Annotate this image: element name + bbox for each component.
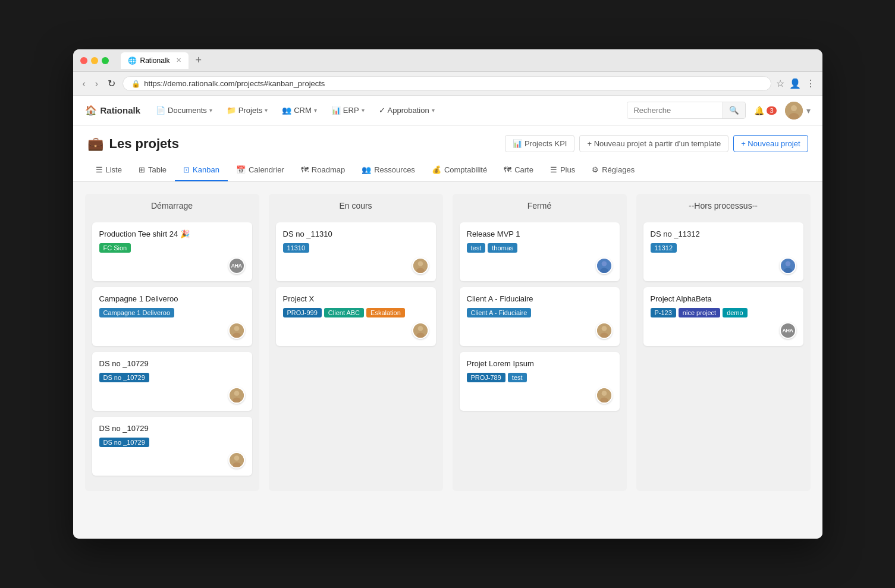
new-project-button[interactable]: + Nouveau projet [733,135,808,152]
kanban-card[interactable]: Projet Lorem Ipsum PROJ-789 test [460,352,620,411]
erp-caret: ▾ [362,107,365,114]
tab-kanban[interactable]: ⊡ Kanban [175,159,228,181]
kanban-card[interactable]: DS no _10729 DS no _10729 [92,417,252,476]
kpi-button[interactable]: 📊 Projects KPI [505,135,575,152]
reload-button[interactable]: ↻ [105,78,118,89]
nav-erp-label: ERP [343,106,359,115]
tab-reglages-label: Réglages [602,165,635,174]
card-avatar [780,257,796,274]
search-bar[interactable]: 🔍 [627,102,746,119]
card-tag: PROJ-999 [283,308,322,317]
svg-point-8 [233,397,241,403]
card-tags: 11312 [651,243,796,253]
kanban-card[interactable]: DS no _11312 11312 [643,222,803,281]
titlebar: 🌐 Rationalk ✕ + [73,49,822,72]
card-footer: AHA [651,322,796,339]
page-title-text: Les projets [109,136,179,152]
svg-point-14 [416,268,425,273]
tab-comptabilite[interactable]: 💰 Comptabilité [423,159,495,181]
new-tab-button[interactable]: + [191,54,207,67]
tab-ressources[interactable]: 👥 Ressources [353,159,423,181]
tab-table[interactable]: ⊞ Table [130,159,175,181]
kanban-card[interactable]: Production Tee shirt 24 🎉 FC Sion AHA [92,222,252,281]
reglages-icon: ⚙ [592,165,599,174]
projets-icon: 📁 [227,106,236,115]
card-tags: FC Sion [99,243,245,253]
home-icon: 🏠 [85,105,97,116]
card-avatar [412,257,429,274]
card-avatar [228,322,245,339]
card-tags: PROJ-789 test [467,373,613,382]
kanban-card[interactable]: DS no _11310 11310 [276,222,436,281]
nav-documents[interactable]: 📄 Documents ▾ [150,102,218,118]
active-browser-tab[interactable]: 🌐 Rationalk ✕ [121,52,189,69]
card-tags: P-123 nice project demo [651,308,796,317]
card-tag: 11310 [283,243,310,253]
tab-liste[interactable]: ☰ Liste [87,159,130,181]
kanban-card[interactable]: Release MVP 1 test thomas [460,222,620,281]
addressbar: ‹ › ↻ 🔒 https://demo.rationalk.com/proje… [73,72,822,96]
url-bar[interactable]: 🔒 https://demo.rationalk.com/projects#ka… [123,76,771,91]
carte-icon: 🗺 [504,165,511,174]
notification-button[interactable]: 🔔 3 [754,106,776,115]
svg-point-11 [233,462,241,468]
bookmark-icon[interactable]: ☆ [776,78,784,89]
nav-projets[interactable]: 📁 Projets ▾ [221,102,274,118]
browser-menu-icon[interactable]: ⋮ [806,78,815,89]
tab-roadmap-label: Roadmap [312,165,345,174]
nav-crm[interactable]: 👥 CRM ▾ [276,102,323,118]
maximize-button[interactable] [102,57,109,64]
minimize-button[interactable] [91,57,98,64]
user-avatar[interactable] [785,102,803,120]
card-tag: 11312 [651,243,677,253]
nav-erp[interactable]: 📊 ERP ▾ [325,102,370,118]
card-tag: nice project [679,308,720,317]
tab-reglages[interactable]: ⚙ Réglages [583,159,643,181]
kanban-card[interactable]: Project X PROJ-999 Client ABC Eskalation [276,287,436,346]
tab-calendrier[interactable]: 📅 Calendrier [228,159,293,181]
card-avatar [596,387,613,404]
card-title: Projet Lorem Ipsum [467,359,613,368]
nav-approbation[interactable]: ✓ Approbation ▾ [373,102,441,118]
svg-point-23 [600,332,608,338]
calendrier-icon: 📅 [236,165,246,174]
kanban-card[interactable]: Project AlphaBeta P-123 nice project dem… [643,287,803,346]
table-icon: ⊞ [139,165,145,174]
card-title: DS no _11312 [651,229,796,238]
forward-button[interactable]: › [93,78,101,89]
brand-logo[interactable]: 🏠 Rationalk [85,105,141,116]
card-avatar: AHA [780,322,796,339]
template-button[interactable]: + Nouveau projet à partir d'un template [579,135,728,152]
kanban-card[interactable]: DS no _10729 DS no _10729 [92,352,252,411]
back-button[interactable]: ‹ [80,78,88,89]
close-button[interactable] [80,57,87,64]
page-title-icon: 💼 [87,136,103,152]
svg-point-16 [417,326,423,331]
traffic-lights [80,57,109,64]
kanban-col-ferme: Fermé Release MVP 1 test thomas Client A… [453,194,627,491]
search-button[interactable]: 🔍 [723,102,745,118]
tab-liste-label: Liste [106,165,122,174]
card-footer [99,452,245,468]
header-actions: 📊 Projects KPI + Nouveau projet à partir… [505,135,808,152]
card-tag: demo [723,308,748,317]
search-input[interactable] [627,102,723,118]
svg-point-1 [791,105,797,111]
user-menu-caret[interactable]: ▾ [806,106,811,115]
tab-roadmap[interactable]: 🗺 Roadmap [293,159,353,181]
tab-carte[interactable]: 🗺 Carte [495,159,542,181]
tab-plus-label: Plus [560,165,575,174]
card-tags: 11310 [283,243,429,253]
kanban-card[interactable]: Campagne 1 Deliveroo Campagne 1 Delivero… [92,287,252,346]
profile-icon[interactable]: 👤 [789,78,801,89]
svg-point-5 [233,332,241,338]
card-tag: P-123 [651,308,676,317]
tab-close-button[interactable]: ✕ [176,56,181,64]
kanban-card[interactable]: Client A - Fiduciaire Client A - Fiducia… [460,287,620,346]
tab-plus[interactable]: ☰ Plus [542,159,583,181]
card-tag: DS no _10729 [99,438,149,447]
card-footer [467,257,613,274]
nav-documents-label: Documents [168,106,207,115]
card-tag: thomas [488,243,517,253]
card-title: Project X [283,294,429,303]
